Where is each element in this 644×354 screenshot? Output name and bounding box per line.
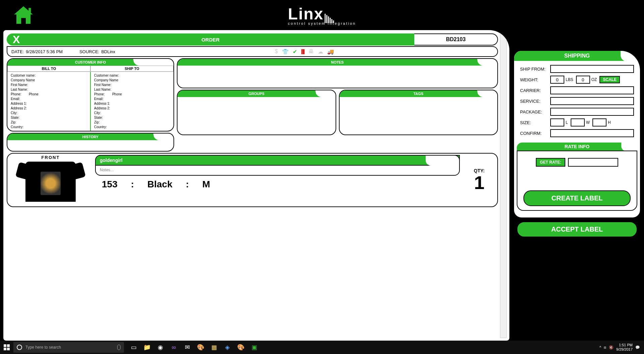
logo-text: Linx bbox=[288, 5, 324, 23]
groups-title: GROUPS bbox=[177, 90, 336, 97]
service-input[interactable] bbox=[550, 97, 634, 105]
product-notes[interactable]: Notes... bbox=[95, 165, 460, 176]
app-logo: Linx control system integration bbox=[288, 5, 356, 25]
mic-icon[interactable] bbox=[117, 345, 121, 350]
bill-to-column: Customer name: Company Name First Name: … bbox=[7, 72, 91, 131]
weight-lbs-input[interactable] bbox=[550, 76, 564, 84]
notifications-icon[interactable]: 💬 bbox=[635, 345, 640, 350]
customer-info-panel: CUSTOMER INFO BILL TO SHIP TO Customer n… bbox=[7, 58, 174, 131]
ship-to-column: Customer name: Company Name First Name: … bbox=[91, 72, 173, 131]
notes-title: NOTES bbox=[177, 59, 497, 66]
start-button[interactable] bbox=[0, 341, 13, 354]
tray-chevron-icon[interactable]: ^ bbox=[599, 345, 601, 349]
dollar-icon[interactable]: $ bbox=[275, 49, 278, 55]
task-view-icon[interactable]: ▭ bbox=[127, 341, 140, 353]
logo-subtitle: control system integration bbox=[288, 21, 356, 25]
paint-icon[interactable]: 🎨 bbox=[194, 341, 207, 353]
tags-title: TAGS bbox=[340, 90, 498, 97]
source-label: SOURCE: bbox=[79, 49, 99, 54]
app-icon-2[interactable]: 🎨 bbox=[234, 341, 247, 353]
history-panel: HISTORY bbox=[7, 133, 174, 152]
teamviewer-icon[interactable]: ◈ bbox=[221, 341, 234, 353]
clock[interactable]: 1:51 PM 9/29/2017 bbox=[616, 343, 633, 352]
lbs-unit: LBS bbox=[566, 77, 573, 82]
volume-icon[interactable]: 🔇 bbox=[609, 345, 614, 350]
linx-app-icon[interactable]: ▣ bbox=[248, 341, 261, 353]
svg-rect-0 bbox=[28, 8, 31, 13]
date-value: 9/28/2017 5:36 PM bbox=[26, 49, 63, 54]
shirt-icon[interactable]: 👕 bbox=[282, 49, 289, 55]
app-header: Linx control system integration bbox=[0, 0, 644, 30]
size-h-input[interactable] bbox=[592, 118, 606, 126]
file-explorer-icon[interactable]: 📁 bbox=[141, 341, 153, 353]
bill-to-tab[interactable]: BILL TO bbox=[7, 66, 90, 72]
network-icon[interactable]: ⧈ bbox=[604, 345, 606, 350]
get-rate-button[interactable]: GET RATE: bbox=[536, 158, 565, 167]
tags-panel: TAGS bbox=[339, 90, 498, 135]
product-image[interactable] bbox=[22, 162, 79, 205]
order-header: X ORDER BD2103 bbox=[7, 33, 498, 46]
search-placeholder: Type here to search bbox=[25, 345, 61, 350]
scale-button[interactable]: SCALE bbox=[599, 76, 620, 83]
carrier-input[interactable] bbox=[550, 86, 634, 94]
package-input[interactable] bbox=[550, 108, 634, 116]
history-title: HISTORY bbox=[7, 134, 173, 140]
shipping-panel: SHIPPING SHIP FROM: WEIGHT: LBS OZ SCALE… bbox=[513, 50, 641, 218]
product-color: Black bbox=[147, 179, 172, 190]
mail-icon[interactable]: ✉ bbox=[181, 341, 194, 353]
customer-info-title: CUSTOMER INFO bbox=[7, 59, 173, 66]
rate-input[interactable] bbox=[568, 158, 618, 167]
shipping-title: SHIPPING bbox=[514, 51, 640, 61]
order-title: ORDER bbox=[201, 37, 219, 42]
confirm-input[interactable] bbox=[550, 129, 634, 137]
size-w-input[interactable] bbox=[571, 118, 585, 126]
groups-panel: GROUPS bbox=[177, 90, 336, 135]
service-label: SERVICE: bbox=[520, 99, 550, 104]
weight-label: WEIGHT: bbox=[520, 77, 550, 82]
confirm-label: CONFIRM: bbox=[520, 131, 550, 136]
app-icon-1[interactable]: ▦ bbox=[208, 341, 220, 353]
product-size: M bbox=[202, 179, 210, 190]
leaf-icon[interactable]: ✔ bbox=[293, 49, 297, 55]
accept-label-button[interactable]: ACCEPT LABEL bbox=[517, 222, 637, 237]
order-id: BD2103 bbox=[414, 33, 498, 46]
status-icons: $ 👕 ✔ |||| 🖶 ☁ 🚚 bbox=[275, 49, 334, 55]
product-sku: 153 bbox=[102, 179, 118, 190]
chrome-icon[interactable]: ◉ bbox=[154, 341, 167, 353]
notes-panel: NOTES bbox=[177, 58, 498, 88]
ship-from-label: SHIP FROM: bbox=[520, 67, 550, 72]
size-label: SIZE: bbox=[520, 120, 550, 125]
size-l-input[interactable] bbox=[550, 118, 564, 126]
scrollbar[interactable] bbox=[500, 33, 507, 338]
source-value: BDLinx bbox=[101, 49, 115, 54]
shipping-sidebar: SHIPPING SHIP FROM: WEIGHT: LBS OZ SCALE… bbox=[513, 30, 641, 341]
truck-icon[interactable]: 🚚 bbox=[327, 49, 334, 55]
ship-to-tab[interactable]: SHIP TO bbox=[90, 66, 173, 72]
visual-studio-icon[interactable]: ∞ bbox=[167, 341, 180, 353]
oz-unit: OZ bbox=[591, 77, 597, 82]
product-attributes: 153 : Black : M bbox=[95, 176, 460, 193]
carrier-label: CARRIER: bbox=[520, 88, 550, 93]
weight-oz-input[interactable] bbox=[576, 76, 590, 84]
package-label: PACKAGE: bbox=[520, 109, 550, 114]
qty-value: 1 bbox=[462, 173, 496, 192]
product-view-label: FRONT bbox=[9, 155, 92, 160]
taskbar: Type here to search ▭ 📁 ◉ ∞ ✉ 🎨 ▦ ◈ 🎨 ▣ … bbox=[0, 341, 644, 354]
order-info-bar: DATE: 9/28/2017 5:36 PM SOURCE: BDLinx $… bbox=[7, 46, 498, 57]
printer-icon[interactable]: 🖶 bbox=[308, 49, 314, 55]
home-icon[interactable] bbox=[12, 5, 35, 25]
barcode-icon[interactable]: |||| bbox=[301, 49, 304, 55]
date-label: DATE: bbox=[11, 49, 24, 54]
create-label-button[interactable]: CREATE LABEL bbox=[523, 190, 631, 206]
system-tray: ^ ⧈ 🔇 1:51 PM 9/29/2017 💬 bbox=[599, 343, 644, 352]
ship-from-input[interactable] bbox=[550, 65, 634, 73]
search-icon bbox=[17, 345, 22, 350]
rate-info-title: RATE INFO bbox=[517, 143, 637, 151]
order-panel: X ORDER BD2103 DATE: 9/28/2017 5:36 PM S… bbox=[3, 30, 509, 341]
product-name: goldengirl bbox=[95, 155, 460, 165]
taskbar-search[interactable]: Type here to search bbox=[13, 342, 124, 353]
cloud-icon[interactable]: ☁ bbox=[318, 49, 323, 55]
close-icon[interactable]: X bbox=[13, 33, 20, 46]
product-item: FRONT goldengirl Notes... 153 : Black : … bbox=[7, 153, 498, 207]
